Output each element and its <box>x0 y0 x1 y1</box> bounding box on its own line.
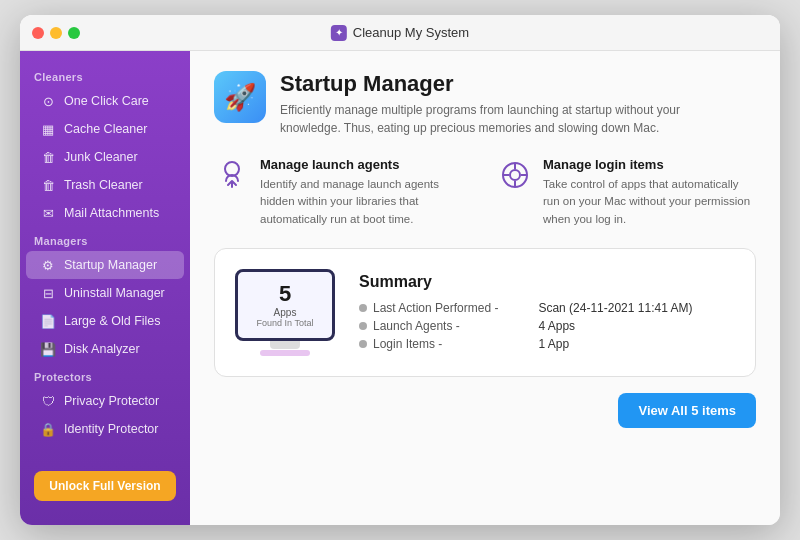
managers-section-label: Managers <box>20 227 190 251</box>
protectors-section-label: Protectors <box>20 363 190 387</box>
large-old-files-icon: 📄 <box>40 313 56 329</box>
minimize-button[interactable] <box>50 27 62 39</box>
junk-cleaner-icon: 🗑 <box>40 149 56 165</box>
summary-dot-0 <box>359 304 367 312</box>
sidebar-item-one-click-care[interactable]: ⊙ One Click Care <box>26 87 184 115</box>
summary-monitor: 5 Apps Found In Total <box>235 269 335 356</box>
svg-point-0 <box>225 162 239 176</box>
summary-rows: Last Action Performed - Launch Agents - … <box>359 301 693 351</box>
uninstall-manager-icon: ⊟ <box>40 285 56 301</box>
page-header-icon: 🚀 <box>214 71 266 123</box>
sidebar-item-label: Disk Analyzer <box>64 342 140 356</box>
sidebar-item-label: Trash Cleaner <box>64 178 143 192</box>
svg-point-2 <box>510 170 520 180</box>
summary-row-1: Launch Agents - <box>359 319 498 333</box>
sidebar-item-disk-analyzer[interactable]: 💾 Disk Analyzer <box>26 335 184 363</box>
sidebar-item-identity-protector[interactable]: 🔒 Identity Protector <box>26 415 184 443</box>
sidebar-item-privacy-protector[interactable]: 🛡 Privacy Protector <box>26 387 184 415</box>
feature-card-launch-agents-text: Manage launch agents Identify and manage… <box>260 157 473 228</box>
summary-dot-1 <box>359 322 367 330</box>
content-area: 🚀 Startup Manager Efficiently manage mul… <box>190 51 780 525</box>
summary-label-0: Last Action Performed - <box>373 301 498 315</box>
login-items-icon <box>497 157 533 193</box>
summary-value-0: Scan (24-11-2021 11:41 AM) <box>538 301 692 315</box>
summary-title: Summary <box>359 273 693 291</box>
one-click-care-icon: ⊙ <box>40 93 56 109</box>
page-header: 🚀 Startup Manager Efficiently manage mul… <box>214 71 756 137</box>
launch-agents-title: Manage launch agents <box>260 157 473 172</box>
sidebar-item-large-old-files[interactable]: 📄 Large & Old Files <box>26 307 184 335</box>
page-header-text: Startup Manager Efficiently manage multi… <box>280 71 740 137</box>
app-window: ✦ Cleanup My System Cleaners ⊙ One Click… <box>20 15 780 525</box>
sidebar-item-label: Uninstall Manager <box>64 286 165 300</box>
sidebar-item-label: Large & Old Files <box>64 314 161 328</box>
unlock-button[interactable]: Unlock Full Version <box>34 471 176 501</box>
view-all-button[interactable]: View All 5 items <box>618 393 756 428</box>
sidebar-item-label: Junk Cleaner <box>64 150 138 164</box>
cleaners-section-label: Cleaners <box>20 63 190 87</box>
page-description: Efficiently manage multiple programs fro… <box>280 101 740 137</box>
page-title: Startup Manager <box>280 71 740 97</box>
launch-agents-icon <box>214 157 250 193</box>
summary-value-row-1: 4 Apps <box>538 319 692 333</box>
main-content: Cleaners ⊙ One Click Care ▦ Cache Cleane… <box>20 51 780 525</box>
summary-values-col: Scan (24-11-2021 11:41 AM) 4 Apps 1 App <box>538 301 692 351</box>
sidebar-item-label: Cache Cleaner <box>64 122 147 136</box>
sidebar-item-label: Privacy Protector <box>64 394 159 408</box>
apps-label: Apps <box>274 307 297 318</box>
trash-cleaner-icon: 🗑 <box>40 177 56 193</box>
sidebar-item-label: Mail Attachments <box>64 206 159 220</box>
sidebar-item-startup-manager[interactable]: ⚙ Startup Manager <box>26 251 184 279</box>
traffic-lights <box>32 27 80 39</box>
monitor-base <box>260 350 310 356</box>
summary-label-2: Login Items - <box>373 337 442 351</box>
login-items-title: Manage login items <box>543 157 756 172</box>
summary-row-2: Login Items - <box>359 337 498 351</box>
sidebar-item-junk-cleaner[interactable]: 🗑 Junk Cleaner <box>26 143 184 171</box>
summary-value-1: 4 Apps <box>538 319 575 333</box>
sidebar-item-trash-cleaner[interactable]: 🗑 Trash Cleaner <box>26 171 184 199</box>
feature-card-launch-agents: Manage launch agents Identify and manage… <box>214 157 473 228</box>
window-title: Cleanup My System <box>353 25 469 40</box>
sidebar-item-mail-attachments[interactable]: ✉ Mail Attachments <box>26 199 184 227</box>
found-label: Found In Total <box>257 318 314 328</box>
monitor-screen: 5 Apps Found In Total <box>235 269 335 341</box>
sidebar-item-label: Startup Manager <box>64 258 157 272</box>
identity-protector-icon: 🔒 <box>40 421 56 437</box>
apps-count: 5 <box>279 281 291 307</box>
summary-value-row-0: Scan (24-11-2021 11:41 AM) <box>538 301 692 315</box>
privacy-protector-icon: 🛡 <box>40 393 56 409</box>
cache-cleaner-icon: ▦ <box>40 121 56 137</box>
summary-row-0: Last Action Performed - <box>359 301 498 315</box>
mail-attachments-icon: ✉ <box>40 205 56 221</box>
summary-labels-col: Last Action Performed - Launch Agents - … <box>359 301 498 351</box>
sidebar-bottom: Unlock Full Version <box>20 459 190 513</box>
login-items-description: Take control of apps that automatically … <box>543 176 756 228</box>
feature-card-login-items-text: Manage login items Take control of apps … <box>543 157 756 228</box>
close-button[interactable] <box>32 27 44 39</box>
summary-dot-2 <box>359 340 367 348</box>
feature-card-login-items: Manage login items Take control of apps … <box>497 157 756 228</box>
summary-content: Summary Last Action Performed - Launch A… <box>359 273 693 351</box>
sidebar-item-label: Identity Protector <box>64 422 159 436</box>
summary-value-2: 1 App <box>538 337 569 351</box>
launch-agents-description: Identify and manage launch agents hidden… <box>260 176 473 228</box>
app-icon: ✦ <box>331 25 347 41</box>
summary-card: 5 Apps Found In Total Summary Last Actio… <box>214 248 756 377</box>
sidebar-item-uninstall-manager[interactable]: ⊟ Uninstall Manager <box>26 279 184 307</box>
monitor-stand <box>270 341 300 349</box>
summary-value-row-2: 1 App <box>538 337 692 351</box>
sidebar-item-cache-cleaner[interactable]: ▦ Cache Cleaner <box>26 115 184 143</box>
feature-cards: Manage launch agents Identify and manage… <box>214 157 756 228</box>
startup-manager-icon: ⚙ <box>40 257 56 273</box>
disk-analyzer-icon: 💾 <box>40 341 56 357</box>
bottom-bar: View All 5 items <box>214 393 756 432</box>
maximize-button[interactable] <box>68 27 80 39</box>
titlebar: ✦ Cleanup My System <box>20 15 780 51</box>
summary-label-1: Launch Agents - <box>373 319 460 333</box>
sidebar-item-label: One Click Care <box>64 94 149 108</box>
titlebar-center: ✦ Cleanup My System <box>331 25 469 41</box>
sidebar: Cleaners ⊙ One Click Care ▦ Cache Cleane… <box>20 51 190 525</box>
